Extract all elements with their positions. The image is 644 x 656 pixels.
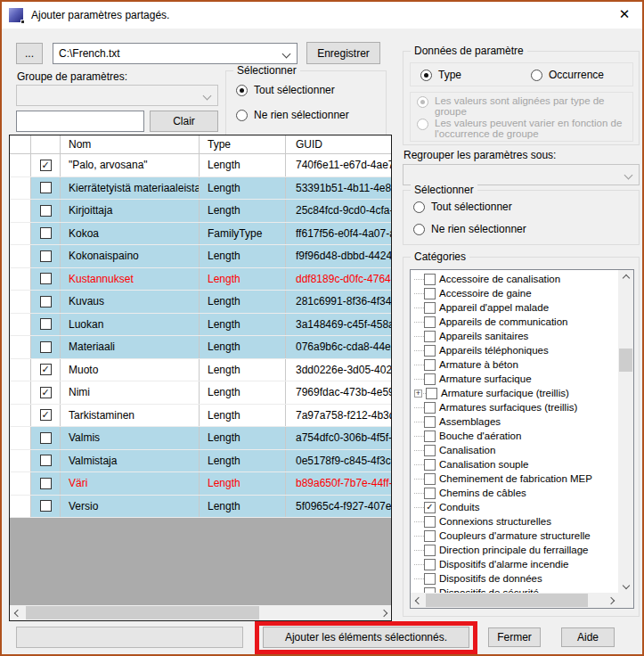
unchecked-checkbox-icon[interactable] bbox=[40, 432, 52, 444]
scroll-up-icon[interactable] bbox=[618, 270, 633, 285]
unchecked-checkbox-icon[interactable] bbox=[424, 416, 436, 428]
unchecked-checkbox-icon[interactable] bbox=[40, 182, 52, 193]
checkbox-cell[interactable]: ✓ bbox=[31, 381, 61, 404]
row-selector-cell[interactable] bbox=[10, 268, 31, 291]
category-item[interactable]: Connexions structurelles bbox=[414, 514, 618, 529]
row-selector-cell[interactable] bbox=[10, 405, 31, 427]
table-row[interactable]: ✓"Palo, arvosana"Length740f6e11-e67d-4ae… bbox=[10, 154, 391, 177]
unchecked-checkbox-icon[interactable] bbox=[424, 316, 436, 328]
category-item[interactable]: Dispositifs d'alarme incendie bbox=[414, 557, 618, 571]
row-selector-cell[interactable] bbox=[10, 223, 31, 245]
unchecked-checkbox-icon[interactable] bbox=[424, 288, 436, 299]
unchecked-checkbox-icon[interactable] bbox=[424, 274, 436, 285]
unchecked-checkbox-icon[interactable] bbox=[424, 359, 436, 371]
scrollbar-thumb[interactable] bbox=[26, 606, 259, 619]
scroll-down-icon[interactable] bbox=[618, 578, 633, 593]
checkbox-cell[interactable] bbox=[31, 245, 61, 267]
unchecked-checkbox-icon[interactable] bbox=[40, 341, 52, 353]
category-item[interactable]: Dispositifs de données bbox=[414, 571, 618, 586]
checkbox-cell[interactable] bbox=[31, 223, 61, 245]
unchecked-checkbox-icon[interactable] bbox=[424, 559, 436, 570]
table-row[interactable]: KuvausLength281c6991-8f36-4f34- bbox=[10, 291, 391, 314]
unchecked-checkbox-icon[interactable] bbox=[424, 488, 436, 499]
unchecked-checkbox-icon[interactable] bbox=[40, 273, 52, 284]
checkbox-cell[interactable] bbox=[31, 336, 61, 358]
scroll-left-icon[interactable] bbox=[10, 605, 25, 620]
checkbox-cell[interactable] bbox=[31, 268, 61, 291]
unchecked-checkbox-icon[interactable] bbox=[424, 516, 436, 528]
category-item[interactable]: Canalisation bbox=[414, 443, 618, 457]
table-row[interactable]: LuokanLength3a148469-c45f-458a bbox=[10, 314, 391, 337]
table-row[interactable]: ✓TarkistaminenLength7a97a758-f212-4b3d bbox=[10, 405, 391, 428]
checkbox-cell[interactable] bbox=[31, 314, 61, 336]
unchecked-checkbox-icon[interactable] bbox=[424, 373, 436, 385]
unchecked-checkbox-icon[interactable] bbox=[424, 302, 436, 314]
scrollbar-thumb[interactable] bbox=[426, 594, 588, 607]
category-item[interactable]: ✓Conduits bbox=[414, 500, 618, 514]
radio-type[interactable]: Type bbox=[420, 69, 461, 81]
category-item[interactable]: Chemins de câbles bbox=[414, 486, 618, 500]
table-row[interactable]: Kierrätetyistä materiaaleistaLength53391… bbox=[10, 177, 391, 201]
close-icon[interactable]: ✕ bbox=[615, 5, 633, 23]
unchecked-checkbox-icon[interactable] bbox=[424, 459, 436, 471]
table-row[interactable]: KustannuksetLengthddf8189c-d0fc-4764- bbox=[10, 268, 391, 291]
row-selector-cell[interactable] bbox=[10, 496, 31, 518]
table-row[interactable]: ✓NimiLength7969fdac-473b-4e59 bbox=[10, 381, 391, 405]
unchecked-checkbox-icon[interactable] bbox=[426, 388, 437, 399]
unchecked-checkbox-icon[interactable] bbox=[424, 545, 436, 556]
close-button[interactable]: Fermer bbox=[488, 627, 541, 647]
category-item[interactable]: Assemblages bbox=[414, 414, 618, 429]
checkbox-cell[interactable] bbox=[31, 496, 61, 518]
category-item[interactable]: Coupleurs d'armature structurelle bbox=[414, 529, 618, 543]
category-item[interactable]: Appareils sanitaires bbox=[414, 329, 618, 343]
category-item[interactable]: Accessoire de canalisation bbox=[414, 272, 618, 286]
add-selected-button[interactable]: Ajouter les éléments sélectionnés. bbox=[263, 627, 469, 648]
category-item[interactable]: Cheminement de fabrication MEP bbox=[414, 472, 618, 486]
category-item[interactable]: +Armature surfacique (treillis) bbox=[414, 386, 618, 400]
row-selector-cell[interactable] bbox=[10, 450, 31, 472]
checkbox-cell[interactable]: ✓ bbox=[31, 359, 61, 381]
category-item[interactable]: Appareils de communication bbox=[414, 315, 618, 329]
unchecked-checkbox-icon[interactable] bbox=[40, 296, 52, 308]
group-under-combo[interactable] bbox=[403, 164, 640, 185]
row-selector-cell[interactable] bbox=[10, 427, 31, 449]
table-row[interactable]: ✓MuotoLength3dd0226e-3d05-402a bbox=[10, 359, 391, 382]
checkbox-cell[interactable] bbox=[31, 427, 61, 449]
checkbox-cell[interactable] bbox=[31, 200, 61, 222]
scrollbar-thumb[interactable] bbox=[619, 348, 632, 372]
table-horizontal-scrollbar[interactable] bbox=[10, 605, 391, 620]
table-row[interactable]: ValmisLengtha754dfc0-306b-4f5f-b bbox=[10, 427, 391, 450]
radio-select-none-right[interactable]: Ne rien sélectionner bbox=[413, 223, 526, 235]
help-button[interactable]: Aide bbox=[561, 627, 615, 647]
unchecked-checkbox-icon[interactable] bbox=[424, 331, 436, 342]
unchecked-checkbox-icon[interactable] bbox=[424, 402, 436, 414]
row-selector-cell[interactable] bbox=[10, 314, 31, 336]
category-item[interactable]: Direction principale du ferraillage bbox=[414, 543, 618, 557]
checked-checkbox-icon[interactable]: ✓ bbox=[40, 160, 52, 171]
table-row[interactable]: VäriLengthb89a650f-7b7e-44ff- bbox=[10, 472, 391, 496]
unchecked-checkbox-icon[interactable] bbox=[424, 573, 436, 585]
category-item[interactable]: Appareils téléphoniques bbox=[414, 343, 618, 357]
checkbox-cell[interactable] bbox=[31, 177, 61, 200]
row-selector-cell[interactable] bbox=[10, 245, 31, 267]
checkbox-cell[interactable] bbox=[31, 450, 61, 472]
checkbox-cell[interactable]: ✓ bbox=[31, 154, 61, 176]
parameter-group-combo[interactable] bbox=[16, 85, 218, 106]
checked-checkbox-icon[interactable]: ✓ bbox=[40, 364, 52, 375]
unchecked-checkbox-icon[interactable] bbox=[40, 205, 52, 217]
table-row[interactable]: MateriaaliLength076a9b6c-cda8-44ea bbox=[10, 336, 391, 359]
category-item[interactable]: Canalisation souple bbox=[414, 457, 618, 472]
categories-vertical-scrollbar[interactable] bbox=[618, 270, 633, 593]
unchecked-checkbox-icon[interactable] bbox=[424, 530, 436, 542]
unchecked-checkbox-icon[interactable] bbox=[40, 227, 52, 239]
radio-select-none-left[interactable]: Ne rien sélectionner bbox=[236, 109, 349, 121]
scroll-right-icon[interactable] bbox=[603, 593, 618, 608]
radio-select-all-left[interactable]: Tout sélectionner bbox=[236, 84, 335, 96]
filter-input[interactable] bbox=[16, 111, 144, 132]
category-item[interactable]: Armatures surfaciques (treillis) bbox=[414, 400, 618, 414]
unchecked-checkbox-icon[interactable] bbox=[40, 478, 52, 489]
category-item[interactable]: Accessoire de gaine bbox=[414, 286, 618, 300]
category-item[interactable]: Armature à béton bbox=[414, 357, 618, 372]
table-row[interactable]: KokoaFamilyTypeff617f56-e0f4-4a07-a bbox=[10, 223, 391, 246]
row-selector-cell[interactable] bbox=[10, 291, 31, 313]
